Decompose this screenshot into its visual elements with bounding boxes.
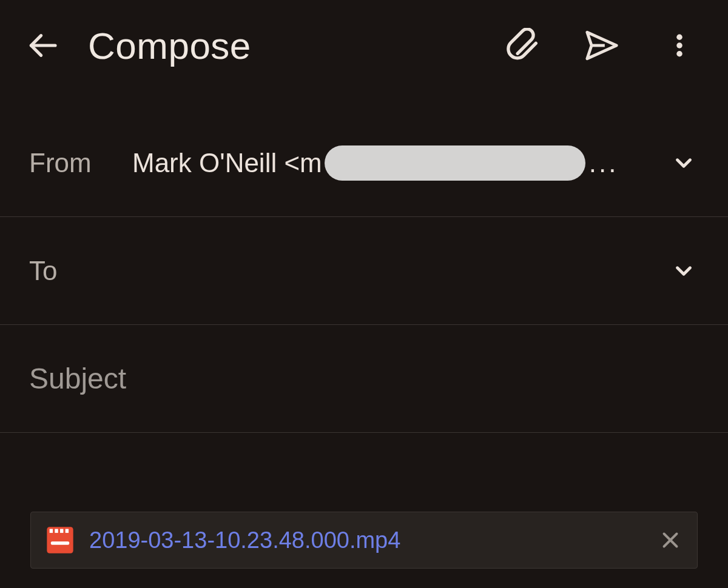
svg-rect-8 [60, 529, 63, 533]
back-button[interactable] [24, 27, 61, 64]
subject-row [0, 325, 728, 433]
svg-point-4 [676, 51, 682, 57]
from-value: Mark O'Neill <m [132, 148, 322, 178]
to-row[interactable]: To [0, 217, 728, 325]
to-expand-button[interactable] [669, 256, 699, 286]
kebab-menu-icon [666, 29, 693, 62]
svg-rect-9 [66, 529, 69, 533]
to-label: To [29, 256, 132, 286]
close-icon [659, 529, 681, 551]
video-file-icon [44, 524, 76, 556]
chevron-down-icon [671, 258, 696, 284]
send-icon [584, 28, 619, 63]
svg-rect-10 [51, 541, 69, 545]
back-arrow-icon [25, 28, 59, 62]
from-row[interactable]: From Mark O'Neill <m ... [0, 109, 728, 217]
attach-button[interactable] [500, 24, 548, 67]
compose-body[interactable] [0, 433, 728, 457]
remove-attachment-button[interactable] [657, 527, 684, 553]
svg-point-2 [676, 34, 682, 40]
send-button[interactable] [578, 24, 626, 67]
attachment-chip[interactable]: 2019-03-13-10.23.48.000.mp4 [30, 512, 698, 569]
chevron-down-icon [671, 150, 696, 176]
page-title: Compose [88, 24, 251, 67]
svg-rect-7 [55, 529, 58, 533]
svg-point-3 [676, 42, 682, 48]
from-truncation: ... [589, 148, 619, 178]
compose-toolbar: Compose [0, 0, 728, 91]
attachment-filename: 2019-03-13-10.23.48.000.mp4 [89, 527, 657, 553]
subject-input[interactable] [29, 362, 699, 395]
from-value-wrap: Mark O'Neill <m ... [132, 145, 669, 181]
from-label: From [29, 148, 132, 178]
attachment-icon [507, 28, 542, 63]
redacted-email [325, 145, 585, 181]
svg-rect-6 [50, 529, 53, 533]
overflow-menu-button[interactable] [655, 24, 704, 67]
from-expand-button[interactable] [669, 148, 699, 178]
